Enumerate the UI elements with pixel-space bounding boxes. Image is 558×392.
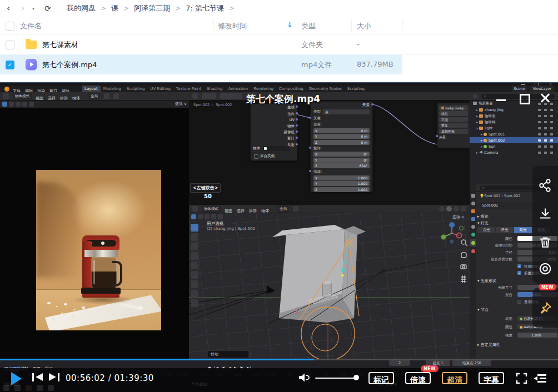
decor [341,274,344,277]
decor [543,182,546,185]
column-header-size[interactable]: 大小 [357,21,371,31]
decor: 光束形状 [481,279,496,283]
decor: ✓ [517,264,521,268]
scale-fields: X1.000 Y1.000 Z1.000 [313,175,370,192]
location-fields: X0 m Y0 m Z0 m [313,128,370,145]
decor: Y0° [313,158,370,163]
column-header-type[interactable]: 类型 [301,21,316,31]
history-caret-icon[interactable]: ▾ [32,1,34,17]
image-texture-node: webp.webp 线性平面重复单幅图像 矢量 [437,103,470,148]
back-icon[interactable]: ‹ [7,0,10,17]
select-all-checkbox[interactable] [6,22,14,31]
node-output-socket: 窗口 [251,136,295,141]
sort-desc-icon[interactable]: ↓ [287,21,293,29]
pin-icon[interactable] [538,301,552,315]
row-checkbox-checked[interactable]: ✓ [6,61,14,69]
minimize-button[interactable] [496,99,506,101]
ghost-taskbar-icon [37,385,43,391]
decor [32,373,34,381]
volume-slider[interactable] [315,378,357,379]
file-type: mp4文件 [301,60,332,70]
decor [16,102,21,107]
editor-type-icon [192,206,198,212]
decor: 0° [363,158,367,163]
decor: 0 m [361,128,367,133]
light-type-button: 点光 [477,227,496,233]
table-row[interactable]: 第七课素材 文件夹 - [0,34,558,55]
video-surface[interactable]: × 文件编辑渲染窗口帮助 LayoutModelingSculptingUV E… [0,83,558,392]
decor [9,102,14,107]
seekbar-remaining[interactable] [314,359,558,360]
blender-3d-viewport: 物体模式 视图选择添加物体 全局 选项 ∨ 用户透视 (2) chang jin… [189,205,471,359]
table-row-selected[interactable]: ✓ 第七个案例.mp4 mp4文件 837.79MB [0,54,402,74]
decor [198,214,203,219]
decor: 1.000 [358,175,367,180]
breadcrumb-separator: > [101,0,106,17]
decor [309,117,311,119]
decor [479,114,483,118]
close-button[interactable] [540,92,551,103]
playlist-icon[interactable] [533,373,547,384]
speed-button[interactable]: 倍速 [405,372,431,384]
next-button[interactable] [49,373,61,381]
blender-shader-editor: Spot.002 › Spot.002 生成法向UV物体摄像机窗口反射 物体: [189,92,471,205]
decor [460,227,464,230]
mark-button[interactable]: 标记 [368,372,394,384]
trash-icon[interactable] [538,235,552,249]
side-toolbar [532,166,558,284]
column-divider [298,20,298,31]
decor: ● [520,316,522,320]
quality-button[interactable]: 超清 [442,372,467,384]
decor [436,135,438,137]
blender-left-viewport: 物体模式 视图选择添加物体 全局 选项 ∨ [0,92,190,359]
volume-icon[interactable] [298,373,310,383]
decor: Z834° [313,163,370,168]
volume-knob[interactable] [353,375,359,380]
breadcrumb-item[interactable]: 阿泽第三期 [134,0,170,17]
row-checkbox[interactable] [6,41,14,49]
decor: Z [315,163,317,168]
column-divider [213,20,214,31]
breadcrumb-item[interactable]: 7: 第七节课 [186,0,224,17]
breadcrumb-item[interactable]: 我的网盘 [67,0,96,17]
file-name[interactable]: 第七个案例.mp4 [42,60,97,70]
fullscreen-icon[interactable] [516,373,527,384]
video-player-window: × 文件编辑渲染窗口帮助 LayoutModelingSculptingUV E… [0,82,558,392]
decor [471,233,475,237]
video-file-icon [26,59,37,70]
seekbar-played[interactable] [0,359,314,360]
decor: 预览 [481,214,489,219]
subtitle-button[interactable]: 字幕 [479,372,504,384]
viewport-menu-item: 物体 [72,96,80,100]
section-light: ▾ 灯光 [477,220,489,226]
active-tool-icon [2,102,7,107]
record-icon[interactable] [538,262,552,276]
decor: 1.000 [358,187,367,192]
snap-icon [293,206,298,212]
folder-icon [26,41,37,49]
download-icon[interactable] [538,207,552,222]
decor [538,152,555,154]
decor [543,267,547,271]
decor: 缩放: [313,169,322,174]
decor: Y1.000 [313,181,370,186]
maximize-button[interactable] [520,94,530,104]
previous-button[interactable] [32,373,44,381]
pin-new-badge: NEW [539,284,556,290]
viewport-menu-item: 视图 [36,96,43,100]
viewport-nav-icons [460,238,469,288]
decor [479,150,482,154]
decor: ▸ [476,150,478,154]
play-button[interactable] [11,372,22,385]
share-icon[interactable] [538,178,552,193]
file-name[interactable]: 第七课素材 [42,40,78,50]
refresh-icon[interactable]: ⟳ [44,0,51,17]
file-type: 文件夹 [301,40,323,50]
decor [189,290,273,315]
decor [450,240,454,244]
breadcrumb-item[interactable]: 课 [111,0,118,17]
column-header-name[interactable]: 文件名 [20,21,42,31]
column-header-time[interactable]: 修改时间 [218,21,247,31]
forward-icon[interactable]: › [21,0,24,17]
decor: 0° [363,152,367,157]
